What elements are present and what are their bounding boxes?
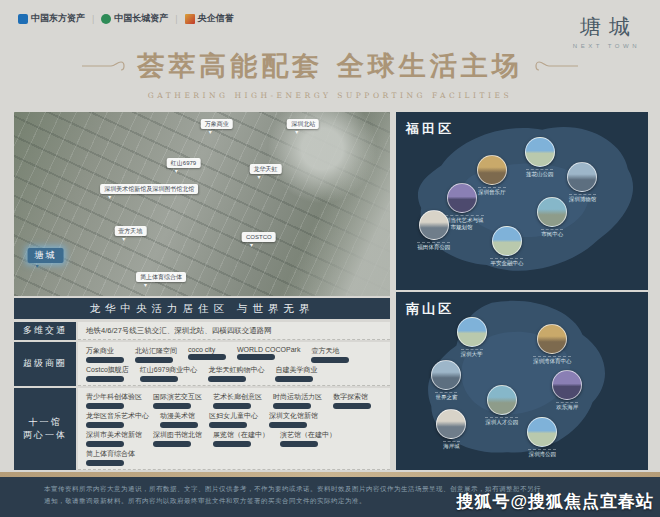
- facility-item-label: 数字探索馆: [333, 392, 368, 402]
- distance-badge: [140, 376, 178, 382]
- landmark-spot: 福田体育公园: [412, 210, 456, 251]
- distance-badge: [86, 441, 124, 447]
- landmark-label: 市民中心: [541, 229, 563, 238]
- facility-item-label: 展览馆（在建中）: [213, 430, 269, 440]
- landmark-label: 深圳湾公园: [528, 449, 556, 458]
- poster-title-block: 荟萃高能配套 全球生活主场 GATHERING HIGH-ENERGY SUPP…: [0, 48, 660, 100]
- logo-label: 中国东方资产: [31, 12, 85, 25]
- distance-badge: [86, 422, 124, 428]
- facility-item: 青少年科创体验区: [86, 392, 142, 409]
- facility-item-label: 艺术长廊创意区: [213, 392, 262, 402]
- logo-oriental-asset: 中国东方资产: [18, 12, 85, 25]
- facility-item-label: 演艺馆（在建中）: [280, 430, 336, 440]
- row-content: 地铁4/6/27号线三轨交汇、深圳北站、四横四联交通路网: [78, 322, 390, 340]
- facility-item: 壹方天地: [311, 346, 349, 363]
- divider: |: [92, 14, 94, 24]
- facility-item-label: coco city: [188, 346, 215, 353]
- distance-badge: [135, 357, 173, 363]
- facility-item-label: 北站汇隆空间: [135, 346, 177, 356]
- distance-badge: [86, 460, 124, 466]
- developer-logos: 中国东方资产 | 中国长城资产 | 央企信誉: [18, 12, 234, 25]
- sohu-watermark: 搜狐号@搜狐焦点宜春站: [456, 490, 654, 513]
- facility-item-label: 万象商业: [86, 346, 114, 356]
- landmark-photo-thumb: [552, 370, 582, 400]
- facility-item-label: 壹方天地: [311, 346, 339, 356]
- table-row: 超级商圈 万象商业北站汇隆空间coco cityWORLD COCOPark壹方…: [14, 342, 390, 386]
- landmark-label: 欢乐海岸: [556, 402, 578, 411]
- logo-label: 央企信誉: [198, 12, 234, 25]
- row-header: 多维交通: [14, 322, 76, 340]
- landmark-photo-thumb: [447, 183, 477, 213]
- location-tag: 壹方天地: [114, 226, 146, 236]
- landmark-photo-thumb: [567, 162, 597, 192]
- facility-line: 深圳市美术馆新馆深圳图书馆北馆展览馆（在建中）演艺馆（在建中）简上体育综合体: [86, 429, 384, 467]
- facility-item-label: 龙华天虹购物中心: [208, 365, 264, 375]
- facility-item-label: Costco旗舰店: [86, 365, 129, 375]
- flourish-right-icon: [533, 58, 579, 74]
- table-row: 多维交通 地铁4/6/27号线三轨交汇、深圳北站、四横四联交通路网: [14, 322, 390, 340]
- facility-item: 深圳市美术馆新馆: [86, 430, 142, 447]
- facility-item: 深圳图书馆北馆: [153, 430, 202, 447]
- facility-item-label: 简上体育综合体: [86, 449, 135, 459]
- landmark-label: 平安金融中心: [490, 258, 523, 267]
- facility-item: 简上体育综合体: [86, 449, 135, 466]
- logo-central-enterprise: 央企信誉: [185, 12, 234, 25]
- facility-item: 动漫美术馆: [160, 411, 198, 428]
- landmark-label: 深圳人才公园: [485, 417, 518, 426]
- facility-line: 青少年科创体验区国际演艺交互区艺术长廊创意区时尚运动活力区数字探索馆: [86, 391, 384, 410]
- row-header: 十一馆 两心一体: [14, 388, 76, 470]
- logo-label: 中国长城资产: [114, 12, 168, 25]
- landmark-spot: 深圳大学: [450, 317, 494, 358]
- landmark-spot: 深圳人才公园: [480, 385, 524, 426]
- landmark-spot: 市民中心: [530, 197, 574, 238]
- facility-item: coco city: [188, 346, 226, 360]
- distance-badge: [208, 376, 246, 382]
- facility-item: 红山6979商业中心: [140, 365, 198, 382]
- distance-badge: [153, 441, 191, 447]
- facility-item: 龙华天虹购物中心: [208, 365, 264, 382]
- facility-item: 区妇女儿童中心: [209, 411, 258, 428]
- greatwall-asset-logo-icon: [101, 14, 111, 24]
- landmark-spot: 平安金融中心: [485, 226, 529, 267]
- location-tag: COSTCO: [242, 232, 276, 242]
- distance-badge: [160, 422, 198, 428]
- distance-badge: [213, 441, 251, 447]
- photo-caption-bar: 龙华中央活力居住区 与世界无界: [14, 298, 390, 319]
- location-tag: 红山6979: [167, 158, 200, 168]
- location-tag: 龙华天虹: [250, 164, 282, 174]
- table-row: 十一馆 两心一体 青少年科创体验区国际演艺交互区艺术长廊创意区时尚运动活力区数字…: [14, 388, 390, 470]
- facility-item: 万象商业: [86, 346, 124, 363]
- landmark-photo-thumb: [419, 210, 449, 240]
- landmark-label: 莲花山公园: [526, 169, 554, 178]
- distance-badge: [333, 403, 371, 409]
- project-name: 塘城: [570, 13, 640, 41]
- landmark-label: 福田体育公园: [417, 242, 450, 251]
- landmark-spot: 深圳湾公园: [520, 417, 564, 458]
- central-enterprise-logo-icon: [185, 14, 195, 24]
- district-label-nanshan: 南山区: [406, 300, 454, 318]
- facility-item-label: 龙华区音乐艺术中心: [86, 411, 149, 421]
- project-brand: 塘城 NEXT TOWN: [570, 13, 640, 49]
- distance-badge: [269, 422, 307, 428]
- landmark-photo-thumb: [487, 385, 517, 415]
- distance-badge: [237, 354, 275, 360]
- facility-item: 龙华区音乐艺术中心: [86, 411, 149, 428]
- location-tag: 简上体育综合体: [136, 272, 186, 282]
- distance-badge: [275, 376, 313, 382]
- landmark-spot: 深圳湾体育中心: [530, 324, 574, 365]
- landmark-photo-thumb: [527, 417, 557, 447]
- nanshan-map-panel: 南山区 深圳大学深圳湾体育中心世界之窗欢乐海岸深圳人才公园海岸城深圳湾公园: [396, 292, 648, 470]
- futian-map-panel: 福田区 莲花山公园深圳音乐厅深圳博物馆深圳当代艺术与城市规划馆市民中心福田体育公…: [396, 112, 648, 290]
- page-title: 荟萃高能配套 全球生活主场: [137, 48, 522, 84]
- distance-badge: [273, 403, 311, 409]
- landmark-photo-thumb: [431, 360, 461, 390]
- distance-badge: [188, 354, 226, 360]
- landmark-photo-thumb: [436, 409, 466, 439]
- facility-text: 地铁4/6/27号线三轨交汇、深圳北站、四横四联交通路网: [86, 326, 272, 336]
- distance-badge: [209, 422, 247, 428]
- location-tag: 深圳北站: [287, 119, 319, 129]
- landmark-photo-thumb: [537, 197, 567, 227]
- landmark-photo-thumb: [457, 317, 487, 347]
- distance-badge: [311, 357, 349, 363]
- distance-badge: [280, 441, 318, 447]
